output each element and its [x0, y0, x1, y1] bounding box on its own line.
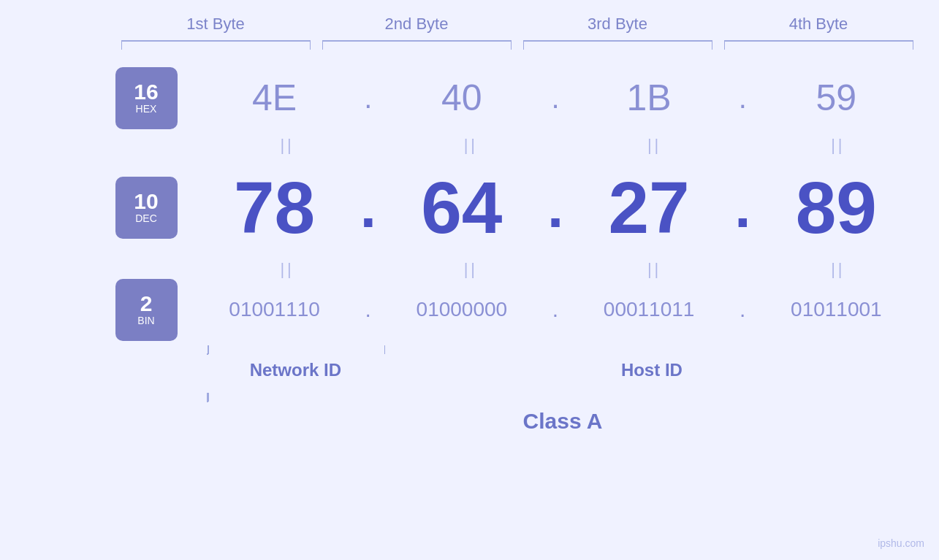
hex-values-area: 4E . 40 . 1B . 59: [192, 77, 919, 119]
watermark: ipshu.com: [878, 537, 924, 549]
dec-base-num: 10: [134, 191, 158, 212]
hex-dot-2: .: [544, 82, 566, 115]
eq-1: ||: [207, 136, 368, 155]
bin-values-area: 01001110 . 01000000 . 00011011 . 0101100…: [192, 297, 919, 322]
net-host-brackets: [115, 341, 919, 356]
hex-val-3: 1B: [566, 77, 731, 119]
id-labels-row: Network ID Host ID: [115, 356, 919, 385]
class-label-row: Class A: [115, 403, 919, 440]
bracket-container: [207, 341, 919, 356]
eq-4: ||: [757, 136, 919, 155]
dec-val-1: 78: [192, 166, 357, 250]
eq-3: ||: [574, 136, 735, 155]
bin-dot-3: .: [731, 297, 753, 322]
byte2-header: 2nd Byte: [316, 15, 517, 39]
hex-val-1: 4E: [192, 77, 357, 119]
bin-row: 2 BIN 01001110 . 01000000 . 00011011 . 0…: [115, 284, 919, 335]
dec-val-2: 64: [379, 166, 544, 250]
hex-row: 16 HEX 4E . 40 . 1B . 59: [115, 65, 919, 131]
host-bracket: [384, 341, 919, 356]
eq-2: ||: [390, 136, 552, 155]
hex-dot-1: .: [357, 82, 379, 115]
class-bracket-row: [115, 388, 919, 403]
hex-val-2: 40: [379, 77, 544, 119]
network-id-label: Network ID: [207, 360, 385, 380]
hex-badge: 16 HEX: [115, 67, 178, 129]
dec-badge: 10 DEC: [115, 177, 178, 239]
bin-val-2: 01000000: [379, 298, 544, 321]
byte4-header: 4th Byte: [718, 15, 919, 39]
dec-dot-1: .: [357, 174, 379, 241]
bracket-byte1: [121, 39, 311, 54]
hex-base-num: 16: [134, 81, 158, 103]
dec-values-area: 78 . 64 . 27 . 89: [192, 166, 919, 250]
bin-val-1: 01001110: [192, 298, 357, 321]
hex-dot-3: .: [731, 82, 753, 115]
equals-area-1: || || || ||: [207, 136, 919, 155]
equals-row-1: || || || ||: [115, 131, 919, 160]
bracket-byte2: [322, 39, 512, 54]
hex-base-name: HEX: [136, 103, 157, 115]
class-bracket-spacer: [115, 388, 192, 403]
host-id-label: Host ID: [384, 360, 919, 380]
dec-dot-2: .: [544, 174, 566, 241]
dec-val-4: 89: [753, 166, 919, 250]
byte-headers: 1st Byte 2nd Byte 3rd Byte 4th Byte: [115, 15, 919, 39]
hex-val-4: 59: [753, 77, 919, 119]
eq-8: ||: [757, 260, 919, 279]
bracket-byte4: [724, 39, 913, 54]
equals-area-2: || || || ||: [207, 260, 919, 279]
byte3-header: 3rd Byte: [517, 15, 718, 39]
class-a-label: Class A: [207, 409, 919, 434]
dec-base-name: DEC: [135, 212, 157, 225]
bin-val-4: 01011001: [753, 298, 919, 321]
byte1-header: 1st Byte: [115, 15, 316, 39]
net-bracket: [207, 341, 385, 356]
dec-dot-3: .: [731, 174, 753, 241]
bracket-spacer: [115, 341, 192, 356]
id-labels-area: Network ID Host ID: [207, 360, 919, 380]
equals-row-2: || || || ||: [115, 255, 919, 284]
bin-base-num: 2: [140, 293, 153, 315]
bracket-byte3: [523, 39, 712, 54]
main-content: 16 HEX 4E . 40 . 1B . 59 || || ||: [20, 65, 919, 440]
top-brackets: [115, 39, 919, 54]
class-bracket-area: [207, 388, 919, 403]
main-container: 1st Byte 2nd Byte 3rd Byte 4th Byte: [0, 0, 939, 560]
eq-6: ||: [390, 260, 552, 279]
bin-dot-2: .: [544, 297, 566, 322]
dec-val-3: 27: [566, 166, 731, 250]
eq-7: ||: [574, 260, 735, 279]
dec-row: 10 DEC 78 . 64 . 27 . 89: [115, 160, 919, 255]
eq-5: ||: [207, 260, 368, 279]
bin-dot-1: .: [357, 297, 379, 322]
bin-val-3: 00011011: [566, 298, 731, 321]
bin-base-name: BIN: [137, 315, 154, 327]
bin-badge: 2 BIN: [115, 279, 178, 341]
